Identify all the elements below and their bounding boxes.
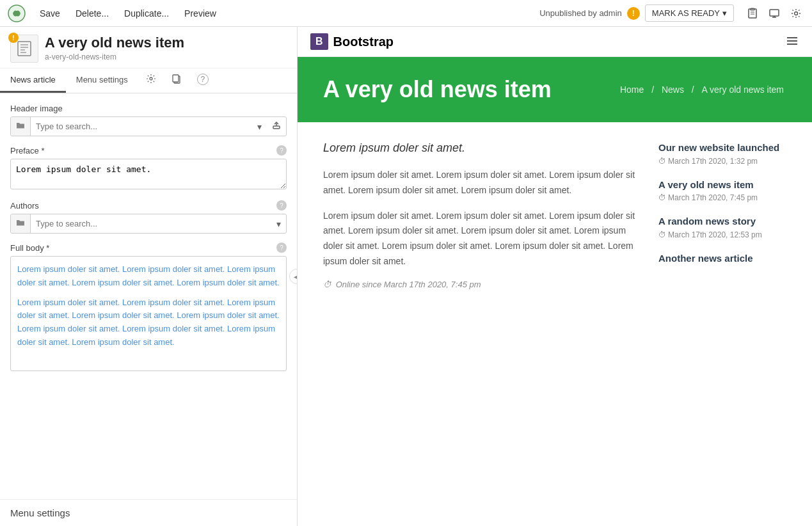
page-header: ! A very old news item a-very-old-news-i… [0,27,297,68]
tab-menu-settings[interactable]: Menu settings [66,68,138,93]
tabs: News article Menu settings ? [0,68,297,93]
authors-search: ▾ [10,214,287,234]
form-area: Header image ▾ [0,93,297,499]
warning-icon: ! [627,7,640,20]
preface-input[interactable]: Lorem ipsum doler sit amet. [10,159,287,189]
news-item-3-date: ⏱ March 17th 2020, 12:53 pm [658,230,786,239]
news-item-1-date: ⏱ March 17th 2020, 1:32 pm [658,157,786,166]
page-icon-warning: ! [8,33,19,43]
clock-icon: ⏱ [323,280,331,289]
svg-rect-9 [18,42,31,56]
preview-frame: B Bootstrap A very old news item Home / [298,27,812,526]
dropdown-arrow[interactable]: ▾ [252,118,267,136]
svg-rect-16 [173,75,179,82]
svg-rect-17 [273,126,280,129]
mark-ready-button[interactable]: MARK AS READY ▾ [645,4,734,22]
tab-settings-icon[interactable] [138,68,164,93]
save-button[interactable]: Save [33,4,67,22]
breadcrumb-sep1: / [651,84,654,95]
toolbar: Save Delete... Duplicate... Preview Unpu… [0,0,812,27]
tab-copy-icon[interactable] [164,68,189,93]
breadcrumb-home: Home [620,84,644,95]
full-body-help-icon[interactable]: ? [276,243,287,253]
duplicate-button[interactable]: Duplicate... [118,4,175,22]
chevron-down-icon: ▾ [722,8,727,18]
breadcrumb-sep2: / [692,84,694,95]
tab-help-icon[interactable]: ? [189,68,216,93]
authors-folder-icon [11,214,31,233]
page-title-section: A very old news item a-very-old-news-ite… [45,35,287,61]
hero-breadcrumb: Home / News / A very old news item [617,84,786,95]
folder-icon [11,117,31,136]
breadcrumb-news: News [662,84,684,95]
content-area: Lorem ipsum doler sit amet. Lorem ipsum … [298,122,812,308]
header-image-search: ▾ [10,116,287,136]
article-preface: Lorem ipsum doler sit amet. [323,141,639,155]
preview-button[interactable]: Preview [178,4,223,22]
brand: B Bootstrap [310,33,394,50]
news-sidebar: Our new website launched ⏱ March 17th 20… [658,141,786,289]
header-image-field: Header image ▾ [10,104,287,136]
logo [8,4,26,22]
authors-dropdown-arrow[interactable]: ▾ [271,215,286,233]
body-p1-link: Lorem ipsum doler sit amet. Lorem ipsum … [17,264,227,274]
left-panel: ! A very old news item a-very-old-news-i… [0,27,298,526]
svg-point-14 [150,77,152,80]
status-text: Unpublished by admin [539,8,622,18]
authors-field: Authors ? ▾ [10,200,287,234]
clock-icon-1: ⏱ [658,157,666,166]
header-image-input[interactable] [31,118,252,135]
svg-point-8 [795,12,798,15]
preface-help-icon[interactable]: ? [276,145,287,155]
delete-button[interactable]: Delete... [69,4,115,22]
header-image-label: Header image [10,104,287,113]
menu-settings-header: Menu settings [0,499,297,526]
hero-title: A very old news item [323,76,552,103]
news-item-3-title[interactable]: A random news story [658,215,786,228]
news-item-1: Our new website launched ⏱ March 17th 20… [658,141,786,166]
svg-rect-5 [770,10,779,16]
article-body-1: Lorem ipsum doler sit amet. Lorem ipsum … [323,168,639,198]
article-meta: ⏱ Online since March 17th 2020, 7:45 pm [323,280,639,289]
news-item-2: A very old news item ⏱ March 17th 2020, … [658,179,786,203]
preface-label: Preface * ? [10,145,287,155]
authors-input[interactable] [31,215,271,232]
news-item-2-title[interactable]: A very old news item [658,179,786,191]
main-layout: ! A very old news item a-very-old-news-i… [0,27,812,526]
full-body-label: Full body * ? [10,243,287,253]
body-p2-link: Lorem ipsum doler sit amet. Lorem ipsum … [17,298,227,307]
news-item-2-date: ⏱ March 17th 2020, 7:45 pm [658,193,786,202]
clock-icon-2: ⏱ [658,193,666,202]
article-body-2: Lorem ipsum doler sit amet. Lorem ipsum … [323,209,639,269]
authors-help-icon[interactable]: ? [276,200,287,211]
clipboard-icon-button[interactable] [744,5,761,22]
article-main: Lorem ipsum doler sit amet. Lorem ipsum … [323,141,639,289]
breadcrumb-current: A very old news item [702,84,784,95]
tab-news-article[interactable]: News article [0,68,66,93]
news-item-3: A random news story ⏱ March 17th 2020, 1… [658,215,786,239]
brand-box: B [310,33,328,50]
brand-text: Bootstrap [333,35,394,49]
bootstrap-nav: B Bootstrap [298,27,812,57]
right-panel: B Bootstrap A very old news item Home / [298,27,812,526]
monitor-icon-button[interactable] [766,5,783,22]
page-slug: a-very-old-news-item [45,52,287,61]
hamburger-icon[interactable] [785,34,799,50]
status-area: Unpublished by admin ! MARK AS READY ▾ [539,4,734,22]
settings-icon-button[interactable] [788,5,804,22]
full-body-editor[interactable]: Lorem ipsum doler sit amet. Lorem ipsum … [10,256,287,371]
toolbar-icons [744,5,804,22]
hero-section: A very old news item Home / News / A ver… [298,57,812,122]
preface-field: Preface * ? Lorem ipsum doler sit amet. [10,145,287,191]
page-icon: ! [10,35,38,63]
clock-icon-3: ⏱ [658,230,666,239]
authors-label: Authors ? [10,200,287,211]
news-item-4: Another news article [658,252,786,265]
full-body-field: Full body * ? Lorem ipsum doler sit amet… [10,243,287,371]
page-title: A very old news item [45,35,287,51]
upload-icon[interactable] [267,117,286,136]
news-item-1-title[interactable]: Our new website launched [658,141,786,154]
news-item-4-title[interactable]: Another news article [658,252,786,265]
